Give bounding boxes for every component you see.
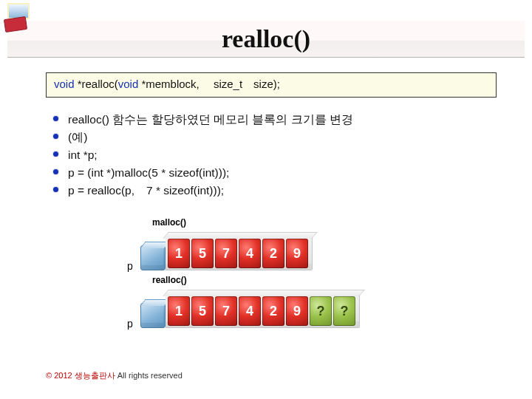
memory-cell: 2 xyxy=(262,239,284,268)
memory-track-malloc: 157429 xyxy=(166,236,313,270)
memory-cell: 4 xyxy=(239,239,261,268)
sig-mid-1: *realloc( xyxy=(75,78,118,90)
memory-track-realloc: 157429?? xyxy=(166,294,360,328)
footer: © 2012 생능출판사 All rights reserved xyxy=(46,370,183,381)
memory-cell: 9 xyxy=(286,296,308,326)
bullet-item: (예) xyxy=(49,129,497,146)
row-realloc: p 157429?? xyxy=(127,287,497,328)
memory-cell: 7 xyxy=(215,296,237,326)
label-malloc: malloc() xyxy=(152,217,497,228)
pointer-label-1: p xyxy=(127,260,133,272)
memory-cell: 5 xyxy=(191,239,214,268)
bullet-item: int *p; xyxy=(49,146,497,164)
footer-rights: All rights reserved xyxy=(115,371,183,380)
memory-cell-unknown: ? xyxy=(333,296,355,326)
memory-cell: 4 xyxy=(239,296,261,326)
bullet-item: realloc() 함수는 할당하였던 메모리 블록의 크기를 변경 xyxy=(49,111,497,129)
sig-mid-2: *memblock, size_t size); xyxy=(138,78,280,90)
bullet-item: p = (int *)malloc(5 * sizeof(int))); xyxy=(49,164,497,182)
memory-cell: 5 xyxy=(191,296,214,326)
keyword-void-1: void xyxy=(54,78,75,90)
memory-diagram: malloc() p 157429 realloc() p 157429?? xyxy=(46,217,497,328)
row-malloc: p 157429 xyxy=(127,229,497,270)
memory-cell: 1 xyxy=(168,296,190,326)
footer-copyright: © 2012 생능출판사 xyxy=(46,371,115,380)
memory-cell: 2 xyxy=(262,296,284,326)
computer-icon xyxy=(4,3,40,38)
memory-cell: 1 xyxy=(168,239,190,268)
pointer-label-2: p xyxy=(127,318,133,330)
memory-cell-unknown: ? xyxy=(310,296,332,326)
function-signature-box: void *realloc(void *memblock, size_t siz… xyxy=(46,72,497,98)
label-realloc: realloc() xyxy=(152,275,497,285)
memory-cell: 7 xyxy=(215,239,237,268)
pointer-cube-icon xyxy=(140,303,166,328)
slide-title: realloc() xyxy=(222,25,310,53)
title-bar: realloc() xyxy=(7,21,525,58)
memory-cell: 9 xyxy=(286,239,308,268)
bullet-list: realloc() 함수는 할당하였던 메모리 블록의 크기를 변경 (예) i… xyxy=(46,111,497,200)
bullet-item: p = realloc(p, 7 * sizeof(int))); xyxy=(49,182,497,200)
pointer-cube-icon xyxy=(140,245,166,270)
slide-body: void *realloc(void *memblock, size_t siz… xyxy=(46,72,497,332)
keyword-void-2: void xyxy=(118,78,139,90)
